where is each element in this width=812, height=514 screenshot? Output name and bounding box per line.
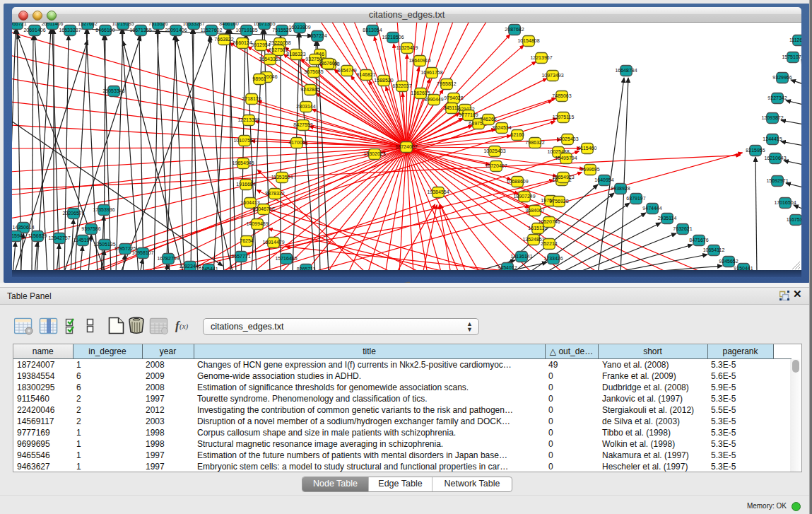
- svg-text:12975115: 12975115: [553, 115, 575, 119]
- svg-text:15716485: 15716485: [275, 256, 297, 261]
- svg-text:3624534: 3624534: [492, 125, 511, 130]
- svg-text:9699695: 9699695: [580, 167, 599, 172]
- svg-text:16914479: 16914479: [262, 240, 284, 245]
- svg-text:8466160: 8466160: [219, 23, 238, 26]
- svg-text:20691406: 20691406: [23, 28, 45, 33]
- svg-text:16533287: 16533287: [59, 28, 81, 33]
- svg-text:(x): (x): [180, 322, 189, 331]
- svg-text:6322037: 6322037: [392, 83, 411, 88]
- svg-text:20206576: 20206576: [62, 211, 84, 216]
- svg-text:1167534: 1167534: [787, 217, 801, 222]
- svg-text:62160: 62160: [510, 132, 524, 137]
- svg-text:98961: 98961: [252, 76, 266, 81]
- svg-text:12213389: 12213389: [237, 117, 259, 122]
- svg-text:18640910: 18640910: [408, 58, 430, 63]
- svg-text:14099489: 14099489: [246, 221, 268, 226]
- svg-text:8427552: 8427552: [293, 122, 312, 127]
- svg-text:10688609: 10688609: [506, 179, 528, 184]
- svg-text:16961758: 16961758: [420, 70, 442, 75]
- svg-text:12505135: 12505135: [93, 242, 115, 247]
- svg-text:8215955: 8215955: [746, 148, 765, 153]
- svg-text:7986322: 7986322: [525, 140, 544, 145]
- svg-text:7357224: 7357224: [307, 33, 326, 38]
- svg-text:12213967: 12213967: [530, 55, 552, 60]
- svg-text:9327503: 9327503: [269, 47, 288, 52]
- svg-text:11325419: 11325419: [396, 45, 418, 50]
- svg-text:11527602: 11527602: [201, 28, 223, 33]
- svg-text:10719185: 10719185: [235, 28, 257, 33]
- svg-text:26911406: 26911406: [42, 23, 64, 26]
- svg-text:8466160: 8466160: [95, 28, 114, 33]
- svg-text:9657771: 9657771: [231, 254, 250, 259]
- svg-text:1733426: 1733426: [543, 256, 563, 261]
- svg-text:7515526: 7515526: [148, 23, 167, 26]
- svg-text:16671355: 16671355: [253, 23, 275, 26]
- svg-text:1916684: 1916684: [236, 182, 255, 187]
- svg-text:1244415: 1244415: [763, 136, 782, 141]
- svg-text:10025433: 10025433: [556, 136, 578, 141]
- svg-text:18724007: 18724007: [395, 144, 417, 149]
- svg-text:9245441: 9245441: [199, 267, 218, 271]
- svg-text:7955812: 7955812: [437, 81, 456, 86]
- svg-text:9756928: 9756928: [549, 199, 568, 204]
- svg-text:8186323: 8186323: [286, 52, 305, 57]
- svg-text:9794028: 9794028: [444, 95, 463, 100]
- svg-text:29053346: 29053346: [102, 88, 124, 93]
- svg-text:1156829: 1156829: [28, 233, 47, 238]
- svg-text:9242845: 9242845: [300, 87, 319, 92]
- svg-text:16533287: 16533287: [182, 23, 204, 26]
- svg-text:9146821: 9146821: [356, 72, 375, 77]
- svg-text:12923446: 12923446: [179, 264, 201, 269]
- svg-text:19218506: 19218506: [382, 35, 404, 40]
- svg-text:23226058: 23226058: [269, 40, 290, 45]
- svg-text:10958107: 10958107: [131, 250, 153, 255]
- svg-text:10719185: 10719185: [112, 23, 134, 26]
- svg-text:19654945: 19654945: [232, 160, 254, 165]
- svg-text:9227342: 9227342: [767, 95, 787, 100]
- svg-text:9454012: 9454012: [498, 265, 517, 270]
- svg-text:14136141: 14136141: [510, 254, 532, 259]
- svg-text:8813054: 8813054: [363, 28, 382, 33]
- svg-text:10025433: 10025433: [483, 148, 505, 153]
- svg-text:15495794: 15495794: [555, 156, 577, 160]
- svg-text:7632621: 7632621: [673, 226, 692, 231]
- svg-text:9777169: 9777169: [459, 112, 478, 117]
- svg-text:9474444: 9474444: [642, 206, 661, 211]
- svg-text:10654112: 10654112: [703, 247, 725, 252]
- svg-text:4055721: 4055721: [12, 23, 27, 26]
- svg-text:1604413: 1604413: [240, 200, 259, 205]
- svg-text:8265711: 8265711: [297, 267, 316, 271]
- svg-text:345112: 345112: [444, 105, 460, 110]
- svg-text:8878332: 8878332: [265, 191, 284, 196]
- svg-text:9150441: 9150441: [734, 266, 753, 271]
- svg-text:2087682: 2087682: [505, 27, 524, 32]
- svg-text:11353594: 11353594: [271, 175, 293, 180]
- svg-text:19384554: 19384554: [427, 189, 449, 194]
- svg-text:3912954: 3912954: [251, 42, 270, 47]
- svg-text:15302023: 15302023: [363, 151, 385, 156]
- svg-text:9329966: 9329966: [772, 75, 792, 80]
- svg-text:1588520: 1588520: [374, 78, 393, 83]
- svg-text:76254: 76254: [240, 238, 254, 243]
- svg-text:15692971: 15692971: [766, 178, 788, 183]
- svg-text:12942757: 12942757: [48, 235, 70, 240]
- svg-text:3684067: 3684067: [525, 208, 544, 213]
- svg-text:12093872: 12093872: [761, 115, 783, 120]
- svg-text:1145194: 1145194: [73, 238, 93, 243]
- svg-text:252214: 252214: [541, 241, 557, 246]
- svg-text:18907249: 18907249: [513, 194, 535, 199]
- svg-text:9245652: 9245652: [719, 259, 738, 264]
- svg-text:15751074: 15751074: [782, 54, 801, 59]
- svg-text:20046766: 20046766: [252, 206, 274, 211]
- svg-text:9397586: 9397586: [81, 226, 100, 231]
- svg-text:3915941: 3915941: [12, 233, 25, 238]
- svg-text:10107552: 10107552: [233, 138, 255, 143]
- svg-text:8471676: 8471676: [689, 238, 708, 243]
- svg-text:20091406: 20091406: [165, 28, 187, 33]
- svg-text:19654923: 19654923: [552, 175, 574, 180]
- svg-text:1527602: 1527602: [78, 23, 97, 26]
- svg-text:3675685: 3675685: [304, 69, 323, 74]
- svg-text:16782759: 16782759: [157, 256, 179, 261]
- svg-text:746266: 746266: [480, 117, 496, 122]
- svg-text:8660124: 8660124: [233, 40, 252, 45]
